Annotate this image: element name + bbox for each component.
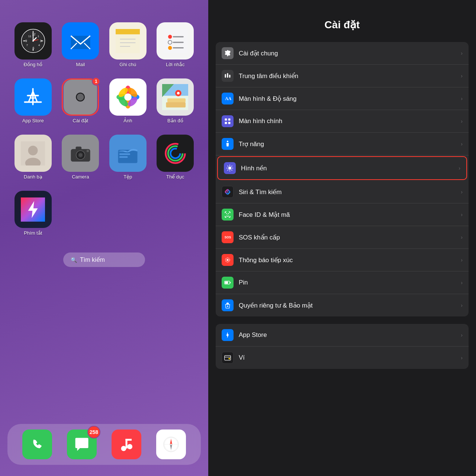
left-panel: 12 6 9 3 1 11 4 7 [0,0,208,476]
app-item-notes[interactable]: Ghi chú [106,22,150,67]
siri-icon [222,186,234,198]
svg-rect-46 [72,100,77,104]
svg-rect-63 [166,102,186,107]
svg-rect-78 [119,153,130,155]
app-item-fitness[interactable]: Thể dục [154,135,197,180]
homescreen-label: Màn hình chính [239,118,456,125]
shortcuts-label: Phím tắt [24,230,42,236]
wallpaper-label: Hình nền [241,164,453,172]
settings-item-faceid[interactable]: Face ID & Mật mã › [216,203,469,226]
svg-rect-106 [228,122,231,124]
dock-safari[interactable] [156,430,186,459]
control-icon [222,70,234,82]
svg-point-32 [168,46,172,49]
settings-item-exposure[interactable]: Thông báo tiếp xúc › [216,249,469,271]
svg-text:1: 1 [38,35,39,38]
svg-point-112 [226,213,227,214]
sos-icon: SOS [222,231,234,243]
search-bar[interactable]: 🔍 Tìm kiếm [63,253,145,267]
dock-phone[interactable] [22,430,52,459]
wallpaper-icon [224,162,236,174]
dock-messages[interactable]: 258 [67,430,97,459]
mail-label: Mail [76,62,85,67]
faceid-chevron: › [461,212,463,218]
svg-rect-91 [126,439,132,441]
settings-item-display[interactable]: AA Màn hình & Độ sáng › [216,87,469,110]
accessibility-icon [222,138,234,150]
app-item-shortcuts[interactable]: Phím tắt [11,191,55,236]
svg-point-122 [227,306,228,307]
siri-label: Siri & Tìm kiếm [239,188,456,196]
app-item-appstore[interactable]: A App Store [11,78,55,123]
settings-item-homescreen[interactable]: Màn hình chính › [216,110,469,133]
settings-item-appstore[interactable]: App Store › [216,324,469,347]
settings-badge: 1 [92,77,100,86]
svg-point-48 [77,93,84,100]
settings-item-general[interactable]: Cài đặt chung › [216,42,469,65]
control-label: Trung tâm điều khiển [239,72,456,80]
svg-rect-105 [225,122,227,124]
app-item-mail[interactable]: Mail [59,22,103,67]
svg-point-118 [227,259,228,260]
settings-item-sos[interactable]: SOS SOS khẩn cấp › [216,226,469,249]
settings-item-privacy[interactable]: Quyền riêng tư & Bảo mật › [216,294,469,316]
svg-rect-74 [75,147,81,150]
battery-chevron: › [461,280,463,286]
faceid-icon [222,209,234,221]
privacy-icon [222,299,234,311]
settings-item-siri[interactable]: Siri & Tìm kiếm › [216,181,469,203]
battery-label: Pin [239,279,456,286]
svg-point-108 [228,167,231,170]
app-item-contacts[interactable]: Danh bạ [11,135,55,180]
files-label: Tệp [123,174,132,180]
app-grid: 12 6 9 3 1 11 4 7 [11,22,197,236]
appstore-settings-label: App Store [239,331,456,339]
privacy-chevron: › [461,302,463,308]
settings-item-accessibility[interactable]: Trợ năng › [216,133,469,155]
settings-group-main: Cài đặt chung › Trung tâm điều khiển › [216,42,469,316]
svg-rect-85 [28,435,46,454]
clock-label: Đồng hồ [23,62,42,67]
app-item-files[interactable]: Tệp [106,135,150,180]
search-placeholder: Tìm kiếm [80,256,105,263]
dock: 258 [7,424,201,465]
settings-header: Cài đặt [208,0,476,38]
settings-item-control[interactable]: Trung tâm điều khiển › [216,65,469,87]
messages-badge: 258 [87,426,100,438]
wallet-label: Ví [239,354,456,361]
settings-item-wallpaper[interactable]: Hình nền › [217,156,467,180]
settings-item-battery[interactable]: Pin › [216,271,469,294]
accessibility-chevron: › [461,141,463,147]
app-item-settings[interactable]: 1 Cài đặt [59,78,103,123]
settings-label: Cài đặt [73,118,88,123]
exposure-label: Thông báo tiếp xúc [239,256,456,264]
settings-item-wallet[interactable]: Ví › [216,347,469,369]
svg-point-89 [127,444,132,449]
svg-rect-121 [225,282,228,284]
appstore-home-label: App Store [22,118,44,123]
wallpaper-chevron: › [459,165,460,171]
dock-music[interactable] [112,430,141,459]
settings-group-appstore: App Store › Ví › [216,324,469,369]
wallet-chevron: › [461,355,463,361]
sos-chevron: › [461,234,463,240]
svg-rect-79 [119,156,128,158]
battery-icon [222,277,234,289]
svg-text:4: 4 [38,44,40,47]
app-item-clock[interactable]: 12 6 9 3 1 11 4 7 [11,22,55,67]
general-icon [222,47,234,59]
camera-label: Camera [72,174,89,180]
svg-point-107 [227,141,228,142]
app-item-camera[interactable]: Camera [59,135,103,180]
svg-rect-62 [167,99,186,103]
wallet-icon [222,352,234,364]
app-item-reminders[interactable]: Lời nhắc [154,22,197,67]
display-label: Màn hình & Độ sáng [239,95,456,103]
svg-text:7: 7 [26,44,28,47]
app-item-photos[interactable]: Ảnh [106,78,150,123]
svg-point-65 [177,92,180,94]
app-item-maps[interactable]: Bản đồ [154,78,197,123]
accessibility-label: Trợ năng [239,140,456,148]
exposure-icon [222,254,234,266]
svg-rect-124 [229,358,230,359]
